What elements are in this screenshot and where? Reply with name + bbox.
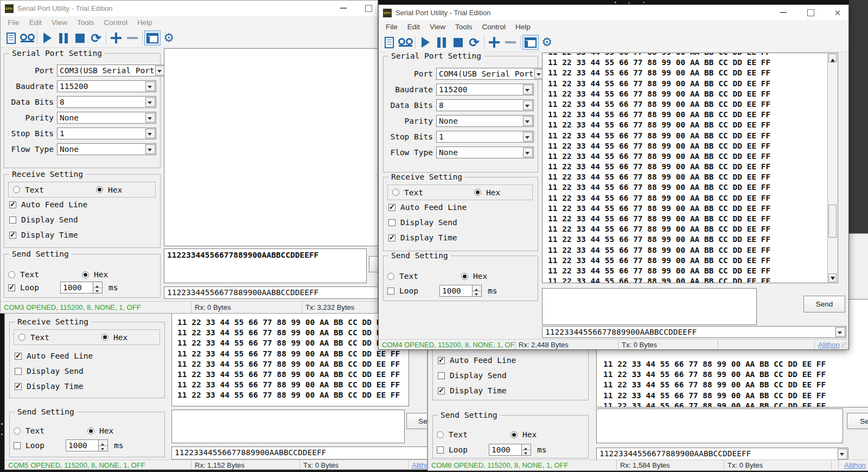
auto-feed-checkbox[interactable] xyxy=(15,353,22,360)
step-down-icon[interactable] xyxy=(473,291,481,297)
new-file-icon[interactable] xyxy=(381,35,397,50)
send-hex-radio[interactable] xyxy=(87,428,94,435)
receive-text-radio[interactable] xyxy=(13,186,20,193)
chevron-down-icon[interactable] xyxy=(838,449,847,460)
receive-text-radio[interactable] xyxy=(18,334,25,341)
loop-checkbox[interactable] xyxy=(14,442,21,449)
receive-hex-radio[interactable] xyxy=(474,189,481,196)
send-button[interactable]: Send xyxy=(369,256,378,272)
receive-hex-radio[interactable] xyxy=(96,186,103,193)
step-up-icon[interactable] xyxy=(93,282,102,288)
send-history-combo[interactable]: 11223344556677889900AABBCCDDEEFF xyxy=(542,326,846,338)
display-send-checkbox[interactable] xyxy=(388,219,395,226)
send-button[interactable]: Send xyxy=(406,413,427,429)
display-send-checkbox[interactable] xyxy=(9,216,16,224)
port-select[interactable]: COM4(USB Serial Port xyxy=(436,68,545,80)
send-input[interactable] xyxy=(542,288,757,325)
interval-stepper[interactable]: 1000 xyxy=(489,444,531,456)
vendor-link[interactable]: Alithon xyxy=(818,341,840,349)
remove-window-icon[interactable] xyxy=(502,35,519,50)
menu-file[interactable]: File xyxy=(3,17,24,28)
refresh-icon[interactable]: ⟳ xyxy=(88,30,104,46)
menu-file[interactable]: File xyxy=(381,22,403,32)
stepper-arrows[interactable] xyxy=(521,444,531,455)
data-bits-select[interactable]: 8 xyxy=(57,96,156,108)
minimize-button[interactable] xyxy=(334,1,353,16)
display-send-checkbox[interactable] xyxy=(15,368,22,375)
menu-help[interactable]: Help xyxy=(510,22,535,32)
send-text-radio[interactable] xyxy=(14,428,21,435)
new-file-icon[interactable] xyxy=(3,30,19,46)
remove-window-icon[interactable] xyxy=(124,30,141,46)
scroll-down-icon[interactable] xyxy=(828,273,837,282)
interval-stepper[interactable]: 1000 xyxy=(439,285,482,297)
refresh-icon[interactable]: ⟳ xyxy=(466,35,482,50)
menu-view[interactable]: View xyxy=(47,17,72,28)
send-hex-radio[interactable] xyxy=(510,431,518,438)
scroll-up-icon[interactable] xyxy=(828,54,837,62)
data-bits-select[interactable]: 8 xyxy=(436,99,534,111)
chevron-down-icon[interactable] xyxy=(835,327,845,337)
stop-bits-select[interactable]: 1 xyxy=(57,127,156,139)
send-text-radio[interactable] xyxy=(387,273,394,280)
play-icon[interactable] xyxy=(417,35,433,50)
minimize-button[interactable] xyxy=(774,5,793,20)
step-up-icon[interactable] xyxy=(99,440,107,446)
menu-control[interactable]: Control xyxy=(99,17,133,28)
send-button[interactable]: Send xyxy=(847,413,868,429)
send-hex-radio[interactable] xyxy=(461,273,468,280)
send-text-radio[interactable] xyxy=(8,271,15,278)
send-input[interactable] xyxy=(171,410,405,443)
menu-help[interactable]: Help xyxy=(132,17,157,28)
loop-checkbox[interactable] xyxy=(387,288,394,295)
display-time-checkbox[interactable] xyxy=(438,387,445,394)
settings-gear-icon[interactable]: ⚙ xyxy=(539,35,555,50)
close-button[interactable]: ✕ xyxy=(828,5,847,20)
vendor-link[interactable]: Alithon xyxy=(412,461,427,469)
vendor-link[interactable]: Alithon xyxy=(844,461,866,469)
pause-icon[interactable] xyxy=(55,30,72,46)
step-down-icon[interactable] xyxy=(93,288,102,294)
step-down-icon[interactable] xyxy=(99,446,107,451)
voicemail-record-icon[interactable] xyxy=(19,30,35,46)
send-input[interactable] xyxy=(596,409,843,443)
send-history-combo[interactable]: 11223344556677889900AABBCCDDEEFF xyxy=(164,286,378,299)
receive-display[interactable]: 11 22 33 44 55 66 77 88 99 00 AA BB CC D… xyxy=(171,310,409,406)
display-send-checkbox[interactable] xyxy=(438,372,445,379)
play-icon[interactable] xyxy=(39,30,55,46)
interval-stepper[interactable]: 1000 xyxy=(66,439,108,451)
step-up-icon[interactable] xyxy=(473,285,481,291)
receive-text-radio[interactable] xyxy=(392,189,399,196)
scrollbar-thumb[interactable] xyxy=(828,205,837,238)
send-text-radio[interactable] xyxy=(437,431,444,438)
baudrate-select[interactable]: 115200 xyxy=(436,84,534,95)
settings-gear-icon[interactable]: ⚙ xyxy=(161,30,177,46)
step-down-icon[interactable] xyxy=(522,450,531,456)
stepper-arrows[interactable] xyxy=(472,285,481,296)
receive-display[interactable] xyxy=(164,48,378,246)
menu-edit[interactable]: Edit xyxy=(24,17,47,28)
send-button[interactable]: Send xyxy=(803,296,845,312)
stop-icon[interactable] xyxy=(450,35,466,50)
stop-bits-select[interactable]: 1 xyxy=(436,131,534,143)
layout-icon[interactable] xyxy=(522,35,539,50)
stepper-arrows[interactable] xyxy=(98,440,107,451)
send-history-combo[interactable]: 11223344556677889900AABBCCDDEEFF xyxy=(596,448,848,461)
receive-hex-radio[interactable] xyxy=(101,334,108,341)
loop-checkbox[interactable] xyxy=(437,447,444,454)
menu-view[interactable]: View xyxy=(425,22,450,32)
baudrate-select[interactable]: 115200 xyxy=(57,80,156,92)
auto-feed-checkbox[interactable] xyxy=(9,201,16,208)
display-time-checkbox[interactable] xyxy=(15,383,22,390)
display-time-checkbox[interactable] xyxy=(9,232,16,239)
resize-grip[interactable] xyxy=(841,342,848,349)
menu-tools[interactable]: Tools xyxy=(450,22,477,32)
send-history-combo[interactable]: 11223344556677889900AABBCCDDEEFF xyxy=(171,447,427,460)
maximize-button[interactable] xyxy=(801,5,820,20)
port-select[interactable]: COM3(USB Serial Port xyxy=(57,65,166,76)
receive-display[interactable]: 11 22 33 44 55 66 77 88 99 00 AA BB CC D… xyxy=(542,53,838,283)
menu-tools[interactable]: Tools xyxy=(72,17,99,28)
menu-edit[interactable]: Edit xyxy=(403,22,425,32)
parity-select[interactable]: None xyxy=(57,112,156,124)
maximize-button[interactable] xyxy=(359,1,378,16)
